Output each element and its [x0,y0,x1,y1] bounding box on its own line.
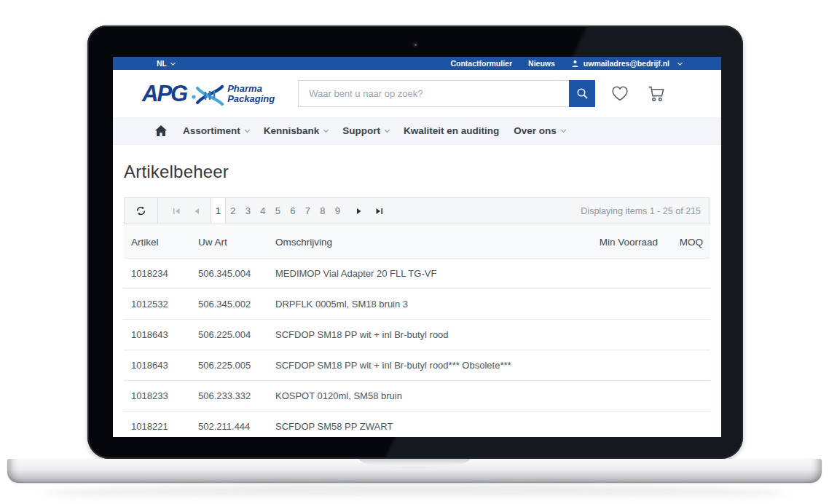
page-number-8[interactable]: 8 [315,198,331,224]
refresh-button[interactable] [125,198,157,224]
cell-omschrijving: MEDIMOP Vial Adapter 20 FLL TG-VF [268,258,585,288]
next-page-icon [356,208,362,215]
cell-min-voorraad [585,258,665,288]
chevron-down-icon [385,127,390,133]
search-icon [576,87,589,100]
cell-min-voorraad [585,319,665,350]
column-header-min-voorraad[interactable]: Min Voorraad [585,227,665,258]
prev-page-button[interactable] [186,198,206,224]
page-number-2[interactable]: 2 [226,198,241,224]
cell-uw-art: 506.345.004 [191,258,268,288]
table-row[interactable]: 1018221 502.211.444 SCFDOP SM58 PP ZWART [124,411,710,437]
cell-omschrijving: SCFDOP SM18 PP wit + inl Br-butyl rood [268,319,585,350]
column-header-uw-art[interactable]: Uw Art [191,227,268,258]
language-selector[interactable]: NL [157,59,175,68]
column-header-omschrijving[interactable]: Omschrijving [268,227,585,258]
page-number-9[interactable]: 9 [330,198,345,224]
nav-item-kwaliteit-en-auditing[interactable]: Kwaliteit en auditing [404,125,499,136]
cell-moq [665,350,710,380]
logo[interactable]: APG Pharma Packaging [142,81,275,107]
logo-tagline: Pharma Packaging [227,84,275,103]
refresh-icon [135,205,146,216]
cell-uw-art: 506.225.005 [191,350,268,380]
cell-moq [665,319,710,350]
prev-page-icon [194,208,200,215]
account-menu[interactable]: uwmailadres@bedrijf.nl [571,59,682,68]
home-icon[interactable] [155,125,167,136]
nav-item-support[interactable]: Support [342,125,389,136]
cell-moq [665,288,710,319]
link-nieuws[interactable]: Nieuws [528,59,555,68]
nav-item-over-ons[interactable]: Over ons [514,125,565,136]
laptop-reflection [44,485,785,501]
articles-table: Artikel Uw Art Omschrijving Min Voorraad… [124,227,710,437]
chevron-down-icon [561,127,566,133]
table-row[interactable]: 1018233 506.233.332 KOSPOT 0120ml, SM58 … [124,380,710,411]
cell-min-voorraad [585,411,665,437]
nav-item-assortiment[interactable]: Assortiment [183,125,249,136]
next-page-button[interactable] [350,198,369,224]
cell-omschrijving: DRPFLK 0005ml, SM18 bruin 3 [268,288,585,319]
table-row[interactable]: 1018643 506.225.004 SCFDOP SM18 PP wit +… [124,319,710,350]
cell-uw-art: 506.233.332 [191,380,268,411]
cell-min-voorraad [585,288,665,319]
cell-artikel: 1012532 [124,288,191,319]
laptop-base [7,459,822,483]
nav-item-kennisbank[interactable]: Kennisbank [264,125,329,136]
chevron-down-icon [677,60,683,65]
webcam-icon [412,42,418,47]
cell-artikel: 1018221 [124,411,191,437]
utility-links: Contactformulier Nieuws uwmailadres@bedr… [450,59,682,68]
cell-moq [665,380,710,411]
cell-omschrijving: SCFDOP SM58 PP ZWART [268,411,585,437]
cell-min-voorraad [585,380,665,411]
search-bar [298,80,595,107]
language-label: NL [157,59,167,68]
pager-status: Displaying items 1 - 25 of 215 [581,206,710,216]
cell-uw-art: 506.345.002 [191,288,268,319]
logo-acronym: APG [142,81,186,107]
page-number-3[interactable]: 3 [240,198,256,224]
cell-moq [665,411,710,437]
table-row[interactable]: 1012532 506.345.002 DRPFLK 0005ml, SM18 … [124,288,710,319]
laptop-mockup: NL Contactformulier Nieuws uwmailadres@b… [0,0,829,504]
grid-pager: 1 2 3 4 5 6 7 8 9 Displaying items 1 - [124,197,710,224]
cell-moq [665,258,710,288]
dna-helix-icon [191,84,224,107]
search-button[interactable] [569,80,595,107]
link-contactformulier[interactable]: Contactformulier [450,59,512,68]
page-number-7[interactable]: 7 [300,198,315,224]
chevron-down-icon [323,127,329,133]
first-page-button[interactable] [167,198,186,224]
chevron-down-icon [245,127,250,133]
last-page-button[interactable] [369,198,389,224]
column-header-artikel[interactable]: Artikel [124,227,191,258]
cell-artikel: 1018234 [124,258,191,288]
cell-artikel: 1018233 [124,380,191,411]
cell-omschrijving: KOSPOT 0120ml, SM58 bruin [268,380,585,411]
last-page-icon [375,208,383,215]
page-title: Artikelbeheer [124,161,710,183]
site-header: APG Pharma Packaging [113,70,721,117]
page-number-6[interactable]: 6 [286,198,301,224]
table-row[interactable]: 1018234 506.345.004 MEDIMOP Vial Adapter… [124,258,710,288]
cart-icon[interactable] [648,85,666,102]
cell-uw-art: 502.211.444 [191,411,268,437]
cell-artikel: 1018643 [124,350,191,380]
column-header-moq[interactable]: MOQ [665,227,710,258]
table-row[interactable]: 1018643 506.225.005 SCFDOP SM18 PP wit +… [124,350,710,380]
page-number-4[interactable]: 4 [256,198,271,224]
nav-item-label: Kennisbank [264,125,320,136]
wishlist-heart-icon[interactable] [610,85,629,102]
nav-item-label: Assortiment [183,125,240,136]
utility-bar: NL Contactformulier Nieuws uwmailadres@b… [113,57,721,70]
nav-item-label: Kwaliteit en auditing [404,125,499,136]
cell-omschrijving: SCFDOP SM18 PP wit + inl Br-butyl rood**… [268,350,585,380]
search-input[interactable] [298,80,569,107]
page-number-5[interactable]: 5 [270,198,286,224]
table-header-row: Artikel Uw Art Omschrijving Min Voorraad… [124,227,710,258]
first-page-icon [173,208,181,215]
user-email: uwmailadres@bedrijf.nl [584,59,669,68]
page-number-1[interactable]: 1 [211,198,226,224]
logo-tagline-line2: Packaging [227,93,275,104]
